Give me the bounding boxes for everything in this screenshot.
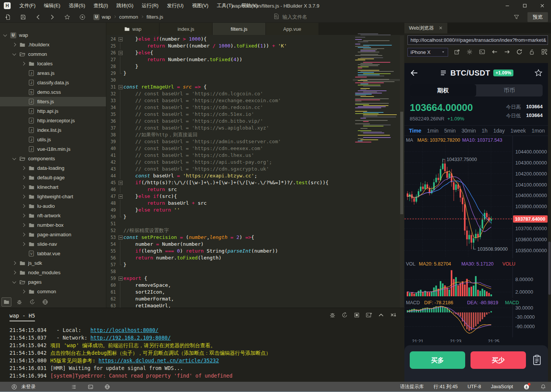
line-number[interactable]: 34 [106, 104, 118, 111]
history-back-icon[interactable] [491, 49, 498, 55]
chevron-down-icon[interactable] [13, 280, 16, 283]
line-number[interactable]: 52 [106, 227, 118, 234]
code-line-47[interactable]: 47 }else if(src){ [106, 193, 404, 200]
code-line-58[interactable]: 58 [106, 268, 404, 275]
fold-toggle-icon[interactable] [118, 49, 123, 56]
close-icon[interactable] [534, 0, 551, 11]
tree-item-areas.js[interactable]: Jareas.js [0, 68, 106, 78]
line-number[interactable]: 27 [106, 56, 118, 63]
restart-icon[interactable] [341, 312, 348, 319]
log-link[interactable]: https://ask.dcloud.net.cn/article/35232 [99, 357, 219, 364]
timeframe-1min[interactable]: 1min [427, 128, 438, 134]
qr-code-icon[interactable] [541, 49, 548, 55]
line-number[interactable]: 55 [106, 248, 118, 254]
chevron-right-icon[interactable] [22, 214, 25, 218]
tree-item-http.api.js[interactable]: Jhttp.api.js [0, 106, 106, 116]
chevron-right-icon[interactable] [22, 185, 25, 189]
chevron-down-icon[interactable] [13, 52, 16, 55]
tree-item-lu-audio[interactable]: lu-audio [0, 201, 106, 211]
nav-back-icon[interactable] [33, 12, 44, 22]
code-line-62[interactable]: 62 numberFormat, [106, 296, 404, 302]
filter-funnel-icon[interactable] [511, 12, 522, 22]
line-number[interactable]: 35 [106, 111, 118, 118]
pair-list-icon[interactable] [440, 69, 447, 77]
maximize-icon[interactable] [516, 0, 534, 11]
line-number[interactable]: 63 [106, 302, 118, 308]
tree-item-node_modules[interactable]: node_modules [0, 268, 106, 277]
menu-编辑(E)[interactable]: 编辑(E) [40, 0, 65, 11]
editor-tab-wap[interactable]: wap [106, 23, 159, 35]
fold-toggle-icon[interactable] [118, 193, 123, 200]
history-forward-icon[interactable] [504, 49, 511, 55]
tree-item-classify.data.js[interactable]: Jclassify.data.js [0, 78, 106, 87]
chevron-right-icon[interactable] [13, 271, 16, 275]
breadcrumb-folder[interactable]: common [119, 14, 138, 20]
line-number[interactable]: 40 [106, 145, 118, 152]
chevron-right-icon[interactable] [13, 261, 16, 265]
line-number[interactable]: 56 [106, 254, 118, 261]
line-number[interactable]: 41 [106, 152, 118, 159]
tree-item-nft-artwork[interactable]: nft-artwork [0, 211, 106, 220]
clear-log-icon[interactable] [390, 312, 397, 319]
code-line-46[interactable]: 46 return src [106, 186, 404, 193]
chevron-right-icon[interactable] [22, 233, 25, 237]
terminal-icon[interactable] [87, 384, 94, 390]
line-number[interactable]: 26 [106, 49, 118, 56]
tree-item-demo.scss[interactable]: Sdemo.scss [0, 87, 106, 97]
code-line-60[interactable]: 60 removeSpace, [106, 282, 404, 289]
code-line-52[interactable]: 52//根据精度设置数字 [106, 227, 404, 234]
tree-item-http.interceptor.js[interactable]: Jhttp.interceptor.js [0, 116, 106, 125]
tree-item-common[interactable]: common [0, 49, 106, 59]
fold-toggle-icon[interactable] [118, 275, 123, 282]
timeframe-Time[interactable]: Time [409, 128, 421, 134]
line-number[interactable]: 37 [106, 125, 118, 131]
order-list-icon[interactable] [531, 354, 543, 366]
code-line-59[interactable]: 59export { [106, 275, 404, 282]
buy-up-button[interactable]: 买多 [410, 351, 465, 369]
timeframe-1h[interactable]: 1h [482, 128, 488, 134]
kline-chart[interactable]: 104400.00000104300.00000104200.000001041… [404, 136, 548, 260]
line-number[interactable]: 39 [106, 138, 118, 145]
save-icon[interactable] [17, 12, 29, 22]
chevron-down-icon[interactable] [13, 156, 16, 160]
timeframe-1week[interactable]: 1week [510, 128, 526, 134]
code-line-61[interactable]: 61 sort2Icon, [106, 289, 404, 296]
chevron-right-icon[interactable] [22, 62, 25, 66]
line-number[interactable]: 62 [106, 296, 118, 302]
code-line-53[interactable]: 53const setPrecision = (number,length = … [106, 234, 404, 241]
line-number[interactable]: 59 [106, 275, 118, 282]
favorite-star-icon[interactable] [534, 69, 543, 77]
line-number[interactable]: 42 [106, 159, 118, 166]
notification-bell-icon[interactable] [540, 384, 546, 390]
tree-item-components[interactable]: components [0, 154, 106, 163]
buy-down-button[interactable]: 买少 [470, 351, 526, 369]
menu-视图(V)[interactable]: 视图(V) [188, 0, 212, 11]
line-number[interactable]: 38 [106, 131, 118, 138]
line-number[interactable]: 54 [106, 241, 118, 248]
collapse-icon[interactable] [378, 312, 385, 319]
code-line-55[interactable]: 55 if(length === 0) return String(parseI… [106, 248, 404, 254]
tree-item-filters.js[interactable]: Jfilters.js [0, 97, 106, 106]
debug-icon[interactable] [329, 312, 336, 319]
code-line-54[interactable]: 54 number = Number(number) [106, 241, 404, 248]
line-number[interactable]: 43 [106, 166, 118, 172]
tree-item-utils.js[interactable]: Jutils.js [0, 135, 106, 144]
volume-chart[interactable]: 8.000002.00000VOLMA20: 5.82704MA30: 5.17… [404, 260, 548, 299]
code-line-40[interactable]: 40 // const baseUrl = 'https://cdn.eeexe… [106, 145, 404, 152]
menu-跳转(G)[interactable]: 跳转(G) [112, 0, 138, 11]
line-number[interactable]: 53 [106, 234, 118, 241]
debug-panel-icon[interactable] [14, 297, 24, 307]
menu-运行(R)[interactable]: 运行(R) [137, 0, 163, 11]
nav-forward-icon[interactable] [46, 12, 58, 22]
code-line-63[interactable]: 63 retImageUrl, [106, 302, 404, 308]
tree-item-index.list.js[interactable]: Jindex.list.js [0, 125, 106, 135]
minimap[interactable] [355, 33, 399, 143]
tree-item-.hbuilderx[interactable]: .hbuilderx [0, 40, 106, 49]
editor-tab-index.js[interactable]: index.js [159, 23, 213, 35]
line-number[interactable]: 48 [106, 200, 118, 207]
back-arrow-icon[interactable] [410, 68, 419, 77]
tree-item-vue-i18n.min.js[interactable]: Jvue-i18n.min.js [0, 144, 106, 154]
chevron-down-icon[interactable] [3, 33, 7, 36]
code-line-41[interactable]: 41 // const baseUrl = 'https://cdn.lhex.… [106, 152, 404, 159]
device-select[interactable]: iPhone X [407, 48, 448, 57]
